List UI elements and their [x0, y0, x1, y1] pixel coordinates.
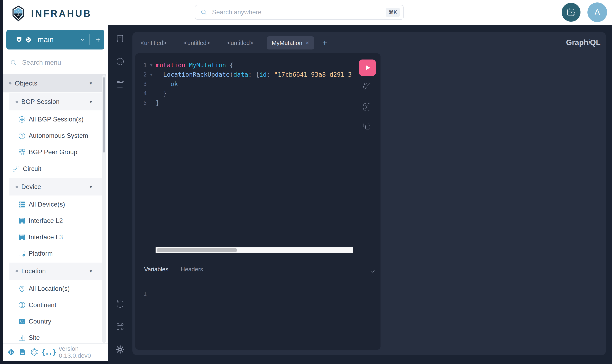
bullet-icon	[15, 186, 18, 188]
sidebar-item-site[interactable]: Site	[3, 330, 106, 343]
sidebar-item-location[interactable]: Location▾	[9, 262, 102, 280]
braces-icon[interactable]: {..}	[41, 348, 56, 356]
merge-fragments-button[interactable]	[362, 102, 372, 112]
code-line[interactable]: 3 ok	[135, 79, 381, 89]
shield-star-icon	[15, 36, 23, 44]
history-button[interactable]	[115, 57, 125, 66]
document-icon[interactable]	[18, 348, 27, 356]
scrollbar-thumb[interactable]	[157, 248, 237, 252]
query-editor[interactable]: 1▼mutation MyMutation {2▼ LocationRackUp…	[135, 53, 381, 350]
sidebar-item-objects[interactable]: Objects▾	[3, 74, 106, 92]
git-diamond-icon[interactable]	[7, 348, 15, 356]
refetch-schema-button[interactable]	[115, 299, 125, 309]
sidebar-item-autonomous-system[interactable]: Autonomous System	[3, 128, 106, 144]
code-area[interactable]: 1▼mutation MyMutation {2▼ LocationRackUp…	[135, 53, 381, 253]
execute-query-button[interactable]	[359, 60, 376, 76]
sidebar-item-label: All BGP Session(s)	[29, 116, 83, 123]
calendar-clock-icon	[566, 7, 576, 18]
graphiql-main: <untitled><untitled><untitled>MyMutation…	[108, 25, 612, 364]
new-folder-button[interactable]	[115, 79, 125, 89]
bank-icon	[18, 131, 26, 140]
sidebar-item-label: BGP Session	[21, 98, 60, 105]
scrollbar-thumb[interactable]	[103, 77, 105, 153]
sidebar-item-all-bgp-session-s[interactable]: All BGP Session(s)	[3, 111, 106, 128]
close-tab-icon[interactable]: ×	[306, 39, 309, 46]
sidebar-item-all-location-s[interactable]: All Location(s)	[3, 281, 106, 297]
fold-caret-icon[interactable]: ▼	[147, 63, 156, 67]
horizontal-scrollbar[interactable]	[156, 247, 353, 253]
sidebar-item-bgp-peer-group[interactable]: BGP Peer Group	[3, 144, 106, 160]
collapse-caret-icon[interactable]: ▾	[90, 269, 92, 274]
copy-icon	[362, 121, 371, 131]
menu-search[interactable]	[3, 51, 102, 74]
topbar: ⌘K A	[108, 0, 612, 25]
tab-headers[interactable]: Headers	[181, 266, 203, 273]
sidebar-item-label: Objects	[15, 79, 38, 87]
sidebar-item-label: Interface L3	[29, 234, 63, 241]
sidebar-scrollbar[interactable]	[102, 75, 106, 343]
tab-label: <untitled>	[227, 40, 253, 46]
collapse-caret-icon[interactable]: ▾	[90, 99, 92, 105]
graphql-icon[interactable]	[30, 348, 39, 356]
sidebar-item-interface-l2[interactable]: Interface L2	[3, 213, 106, 229]
sidebar-item-circuit[interactable]: Circuit	[9, 160, 102, 178]
code-text: mutation MyMutation {	[156, 62, 233, 69]
sidebar-item-label: Continent	[29, 301, 56, 309]
sidebar-item-platform[interactable]: Platform	[3, 245, 106, 262]
app-title: INFRAHUB	[31, 8, 92, 19]
bullet-icon	[9, 82, 12, 84]
prettify-button[interactable]	[362, 82, 372, 91]
global-search[interactable]: ⌘K	[195, 5, 404, 20]
shortcut-keys-button[interactable]	[115, 322, 125, 331]
query-tab-3[interactable]: MyMutation×	[267, 36, 314, 50]
infrahub-hexagon-icon	[11, 3, 26, 24]
app-logo[interactable]: INFRAHUB	[11, 3, 92, 24]
query-tab-0[interactable]: <untitled>	[137, 36, 170, 50]
menu-search-input[interactable]	[22, 58, 96, 66]
avatar[interactable]: A	[587, 2, 607, 22]
refresh-icon	[115, 299, 125, 309]
create-branch-button[interactable]	[92, 30, 104, 50]
line-number: 5	[135, 100, 147, 106]
code-line[interactable]: 2▼ LocationRackUpdate(data: {id: "17cb66…	[135, 70, 381, 79]
port-icon	[18, 217, 26, 225]
divider	[135, 260, 381, 260]
tab-variables[interactable]: Variables	[144, 266, 168, 273]
chevron-down-icon[interactable]	[369, 267, 377, 275]
pin-icon	[18, 285, 26, 293]
branch-selector[interactable]: main	[6, 30, 104, 50]
sidebar-item-continent[interactable]: Continent	[3, 297, 106, 313]
docs-button[interactable]	[115, 34, 125, 43]
query-tab-1[interactable]: <untitled>	[180, 36, 214, 50]
server-icon	[18, 200, 26, 209]
settings-button[interactable]	[115, 345, 125, 354]
sidebar-item-country[interactable]: Country	[3, 313, 106, 330]
sidebar-item-interface-l3[interactable]: Interface L3	[3, 229, 106, 245]
gear-icon	[115, 345, 125, 354]
copy-query-button[interactable]	[362, 121, 372, 131]
code-text: }	[156, 99, 160, 106]
folderPlus-icon	[115, 79, 125, 89]
bullet-icon	[15, 101, 18, 103]
code-line[interactable]: 4 }	[135, 89, 381, 98]
sidebar-item-device[interactable]: Device▾	[9, 178, 102, 195]
graphiql-rail	[108, 25, 132, 364]
global-search-input[interactable]	[212, 8, 386, 16]
code-line[interactable]: 1▼mutation MyMutation {	[135, 60, 381, 70]
code-line[interactable]: 5}	[135, 98, 381, 107]
fold-caret-icon[interactable]: ▼	[147, 72, 156, 77]
building-icon	[18, 334, 26, 342]
add-tab-button[interactable]: +	[321, 39, 329, 47]
sidebar-item-bgp-session[interactable]: BGP Session▾	[9, 93, 102, 110]
collapse-caret-icon[interactable]: ▾	[90, 184, 92, 190]
query-tab-2[interactable]: <untitled>	[223, 36, 257, 50]
sidebar-item-label: Device	[21, 183, 41, 191]
collapse-caret-icon[interactable]: ▾	[90, 80, 92, 86]
sidebar-item-label: All Device(s)	[29, 201, 65, 208]
sidebar-item-all-device-s[interactable]: All Device(s)	[3, 196, 106, 213]
sidebar-item-label: Interface L2	[29, 217, 63, 224]
object-menu: Objects▾BGP Session▾All BGP Session(s)Au…	[3, 74, 106, 343]
time-travel-button[interactable]	[562, 3, 581, 22]
platform-icon	[18, 249, 26, 258]
tab-label: <untitled>	[141, 40, 167, 46]
